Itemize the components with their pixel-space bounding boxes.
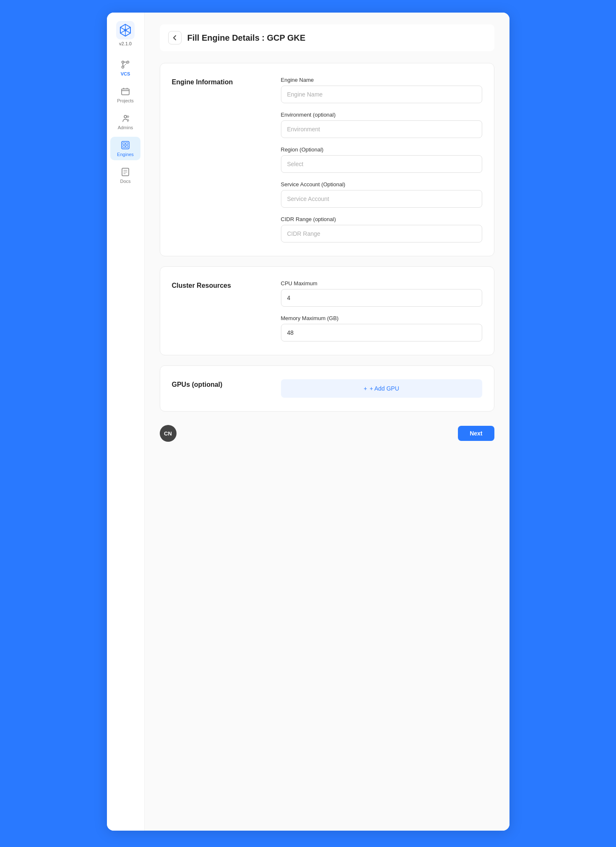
engine-information-title: Engine Information — [172, 78, 233, 86]
engine-name-input[interactable] — [281, 86, 482, 103]
app-logo — [116, 21, 135, 39]
cidr-range-group: CIDR Range (optional) — [281, 216, 482, 242]
cluster-resources-title-col: Cluster Resources — [172, 280, 264, 341]
add-gpu-plus-icon: + — [364, 385, 367, 392]
back-button[interactable] — [168, 31, 182, 44]
page-title: Fill Engine Details : GCP GKE — [187, 33, 306, 43]
engine-information-fields: Engine Name Environment (optional) Regio… — [281, 77, 482, 242]
service-account-input[interactable] — [281, 190, 482, 208]
cluster-resources-fields: CPU Maximum Memory Maximum (GB) — [281, 280, 482, 341]
vcs-icon — [120, 60, 130, 70]
memory-maximum-group: Memory Maximum (GB) — [281, 315, 482, 341]
next-button[interactable]: Next — [458, 426, 494, 441]
sidebar-item-admins[interactable]: Admins — [110, 110, 140, 133]
svg-point-3 — [127, 61, 129, 63]
service-account-label: Service Account (Optional) — [281, 181, 482, 188]
engine-name-group: Engine Name — [281, 77, 482, 103]
svg-rect-10 — [126, 143, 128, 145]
cluster-resources-section: Cluster Resources CPU Maximum Memory Max… — [160, 266, 494, 355]
docs-icon — [120, 167, 130, 177]
engines-icon — [120, 140, 130, 150]
svg-point-6 — [124, 115, 127, 118]
page-header: Fill Engine Details : GCP GKE — [160, 24, 494, 51]
gpus-title: GPUs (optional) — [172, 381, 223, 388]
service-account-group: Service Account (Optional) — [281, 181, 482, 208]
cidr-range-input[interactable] — [281, 225, 482, 242]
gpus-section: GPUs (optional) + + Add GPU — [160, 365, 494, 412]
sidebar-item-projects-label: Projects — [117, 98, 134, 103]
user-initials: CN — [164, 430, 172, 437]
sidebar: v2.1.0 VCS — [107, 13, 145, 831]
engine-information-title-col: Engine Information — [172, 77, 264, 242]
admins-icon — [120, 113, 130, 123]
svg-point-4 — [122, 66, 124, 68]
add-gpu-label: + Add GPU — [369, 385, 399, 392]
region-input[interactable] — [281, 155, 482, 173]
svg-point-1 — [124, 29, 127, 31]
region-label: Region (Optional) — [281, 146, 482, 153]
sidebar-item-projects[interactable]: Projects — [110, 83, 140, 107]
svg-rect-11 — [123, 146, 125, 148]
svg-rect-9 — [123, 143, 125, 145]
memory-maximum-label: Memory Maximum (GB) — [281, 315, 482, 321]
environment-input[interactable] — [281, 120, 482, 138]
cidr-range-label: CIDR Range (optional) — [281, 216, 482, 222]
engine-name-label: Engine Name — [281, 77, 482, 83]
svg-rect-5 — [122, 89, 129, 95]
add-gpu-button[interactable]: + + Add GPU — [281, 379, 482, 398]
user-avatar: CN — [160, 425, 177, 442]
sidebar-item-docs[interactable]: Docs — [110, 164, 140, 187]
environment-group: Environment (optional) — [281, 112, 482, 138]
logo: v2.1.0 — [116, 21, 135, 46]
svg-rect-8 — [122, 141, 129, 149]
svg-point-2 — [122, 61, 124, 63]
gpus-title-col: GPUs (optional) — [172, 379, 264, 398]
cpu-maximum-input[interactable] — [281, 289, 482, 307]
region-group: Region (Optional) — [281, 146, 482, 173]
back-arrow-icon — [172, 34, 178, 41]
app-version: v2.1.0 — [119, 41, 132, 46]
gpus-fields: + + Add GPU — [281, 379, 482, 398]
sidebar-item-admins-label: Admins — [118, 125, 133, 130]
sidebar-item-engines[interactable]: Engines — [110, 137, 140, 160]
sidebar-item-engines-label: Engines — [117, 152, 134, 157]
main-content: Fill Engine Details : GCP GKE Engine Inf… — [145, 13, 509, 831]
cluster-resources-title: Cluster Resources — [172, 282, 231, 289]
page-footer: CN Next — [160, 422, 494, 445]
sidebar-item-docs-label: Docs — [120, 179, 130, 184]
sidebar-item-vcs-label: VCS — [121, 71, 130, 76]
engine-information-section: Engine Information Engine Name Environme… — [160, 63, 494, 256]
projects-icon — [120, 86, 130, 96]
svg-point-7 — [127, 116, 129, 117]
memory-maximum-input[interactable] — [281, 324, 482, 341]
svg-rect-12 — [126, 146, 128, 148]
cpu-maximum-group: CPU Maximum — [281, 280, 482, 307]
environment-label: Environment (optional) — [281, 112, 482, 118]
sidebar-item-vcs[interactable]: VCS — [110, 56, 140, 80]
cpu-maximum-label: CPU Maximum — [281, 280, 482, 287]
